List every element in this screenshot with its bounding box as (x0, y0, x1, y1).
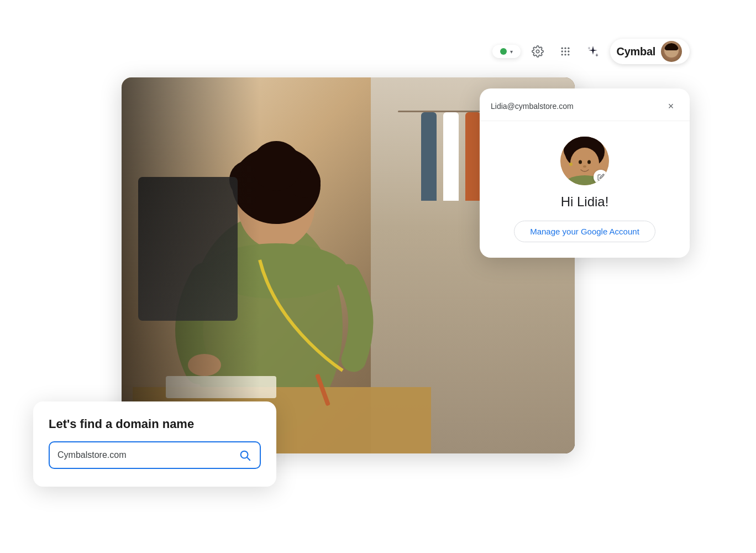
account-dropdown-card: Lidia@cymbalstore.com × (480, 88, 690, 258)
account-email: Lidia@cymbalstore.com (491, 102, 574, 111)
svg-point-13 (561, 48, 563, 49)
svg-point-34 (241, 451, 248, 458)
domain-search-card: Let's find a domain name (33, 401, 276, 487)
svg-point-20 (564, 54, 566, 55)
svg-point-33 (569, 163, 573, 166)
scene: ▾ (0, 0, 756, 553)
svg-point-17 (564, 50, 566, 52)
domain-search-input[interactable] (57, 450, 232, 460)
ai-features-button[interactable] (582, 41, 603, 62)
account-card-header: Lidia@cymbalstore.com × (480, 88, 690, 121)
settings-button[interactable] (527, 41, 548, 62)
account-avatar-large (560, 137, 609, 185)
svg-point-14 (564, 48, 566, 49)
apps-icon (560, 46, 571, 57)
topbar-avatar-hair (664, 43, 679, 50)
svg-line-35 (248, 458, 250, 461)
topbar: ▾ (492, 39, 690, 64)
domain-search-button[interactable] (238, 448, 252, 462)
topbar-avatar-head (664, 43, 679, 58)
sparkle-icon (586, 45, 600, 58)
svg-point-21 (568, 54, 569, 55)
topbar-avatar (661, 41, 682, 62)
svg-point-30 (579, 160, 582, 164)
monitor (138, 177, 238, 321)
svg-point-12 (536, 50, 539, 53)
cloth-2 (443, 112, 459, 201)
domain-search-title: Let's find a domain name (49, 417, 261, 431)
manage-account-button[interactable]: Manage your Google Account (514, 221, 655, 242)
svg-point-16 (561, 50, 563, 52)
brand-name-label: Cymbal (617, 45, 655, 58)
svg-point-19 (561, 54, 563, 55)
pencil-icon (597, 174, 605, 181)
avatar-edit-button[interactable] (594, 170, 608, 184)
status-dot (500, 48, 507, 55)
svg-point-18 (568, 50, 569, 52)
close-button[interactable]: × (663, 98, 679, 114)
gear-icon (532, 45, 544, 58)
brand-chip[interactable]: Cymbal (610, 39, 690, 64)
status-dropdown-arrow: ▾ (510, 49, 513, 55)
topbar-avatar-face (661, 41, 682, 62)
account-card-body: Hi Lidia! Manage your Google Account (480, 121, 690, 258)
search-icon (239, 449, 251, 461)
apps-button[interactable] (555, 41, 576, 62)
domain-search-field (49, 441, 261, 469)
svg-point-31 (587, 160, 591, 164)
account-greeting: Hi Lidia! (561, 194, 609, 210)
svg-point-32 (583, 165, 586, 168)
cloth-3 (465, 112, 481, 201)
svg-point-15 (568, 48, 569, 49)
status-indicator[interactable]: ▾ (492, 45, 521, 58)
